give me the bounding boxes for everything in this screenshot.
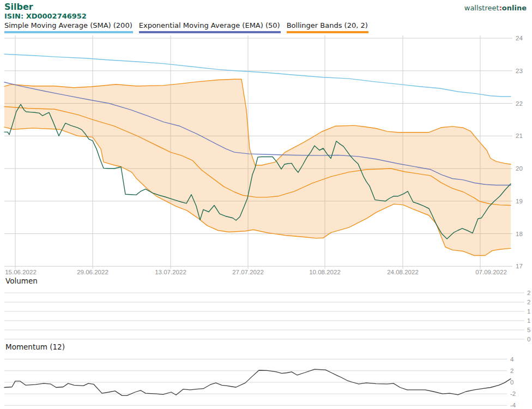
page-title: Silber: [4, 2, 33, 12]
tab-sma[interactable]: Simple Moving Average (SMA) (200): [4, 21, 133, 33]
volume-axis-label-clipped: 1: [527, 317, 530, 324]
y-axis-price-label: 24: [516, 35, 523, 41]
volume-axis-label-clipped: 5: [527, 327, 530, 333]
tab-sma-underline: [4, 31, 133, 33]
price-chart-canvas[interactable]: 15.06.202229.06.202213.07.202227.07.2022…: [0, 0, 532, 409]
tab-bollinger-label: Bollinger Bands (20, 2): [287, 21, 368, 31]
volume-axis-label-clipped: 1: [527, 308, 530, 315]
x-axis-date-label: 29.06.2022: [77, 269, 108, 275]
bollinger-band-fill: [4, 79, 511, 255]
momentum-axis-label: 0: [510, 379, 513, 386]
x-axis-date-label: 27.07.2022: [232, 269, 264, 275]
tab-sma-label: Simple Moving Average (SMA) (200): [4, 21, 133, 31]
x-axis-date-label: 07.09.2022: [475, 269, 507, 275]
volume-panel-title: Volumen: [5, 276, 38, 285]
x-axis-date-label: 24.08.2022: [387, 269, 419, 275]
y-axis-price-label: 23: [516, 68, 523, 74]
volume-axis-label-clipped: 0: [527, 336, 530, 342]
y-axis-price-label: 21: [516, 133, 523, 139]
momentum-axis-label: 4: [510, 356, 514, 363]
y-axis-price-label: 19: [516, 198, 523, 204]
volume-axis-label-clipped: 2: [527, 290, 530, 296]
y-axis-price-label: 20: [516, 165, 523, 172]
momentum-panel-title: Momentum (12): [5, 342, 65, 351]
chart-page: 15.06.202229.06.202213.07.202227.07.2022…: [0, 0, 532, 409]
x-axis-date-label: 10.08.2022: [309, 269, 341, 275]
volume-axis-label-clipped: 2: [527, 299, 530, 305]
indicator-tabs: Simple Moving Average (SMA) (200) Expone…: [4, 21, 368, 33]
x-axis-date-label: 15.06.2022: [5, 269, 37, 275]
y-axis-price-label: 22: [516, 100, 523, 107]
tab-ema[interactable]: Exponential Moving Average (EMA) (50): [139, 21, 281, 33]
x-axis-date-label: 13.07.2022: [155, 269, 186, 275]
y-axis-price-label: 17: [516, 263, 523, 269]
momentum-axis-label: 2: [510, 368, 513, 374]
momentum-axis-label: -4: [510, 402, 516, 408]
logo-part2: online: [502, 4, 527, 12]
tab-ema-label: Exponential Moving Average (EMA) (50): [139, 21, 281, 31]
tab-ema-underline: [139, 31, 281, 33]
isin-label: ISIN: XD0002746952: [4, 12, 87, 20]
wallstreet-online-logo: wallstreet:online: [464, 4, 527, 12]
y-axis-price-label: 18: [516, 231, 523, 237]
momentum-axis-label: -2: [510, 390, 516, 397]
logo-part1: wallstreet: [464, 4, 499, 12]
tab-bollinger[interactable]: Bollinger Bands (20, 2): [287, 21, 368, 33]
tab-bollinger-underline: [287, 31, 368, 33]
